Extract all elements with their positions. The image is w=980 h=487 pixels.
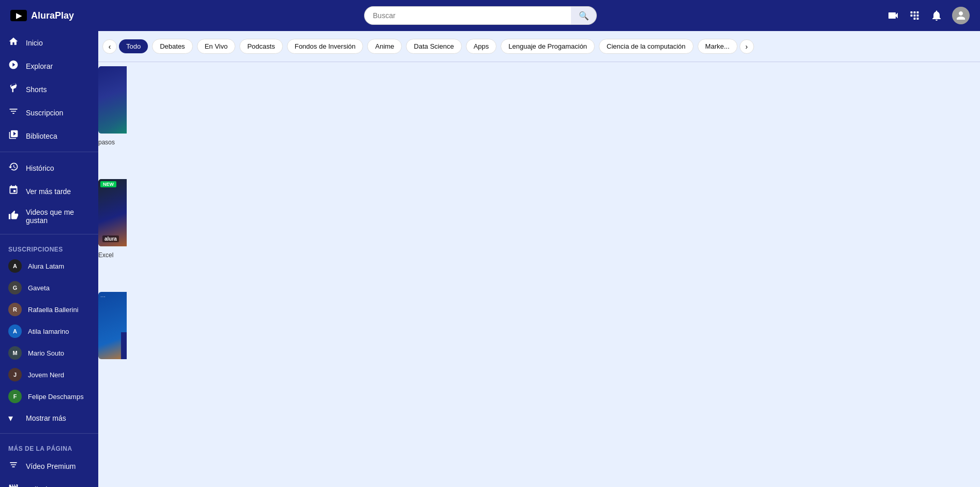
sidebar-item-suscripcion[interactable]: Suscripcion <box>0 101 98 124</box>
header: ▶ AluraPlay 🔍 <box>0 0 980 31</box>
explore-icon <box>8 60 19 72</box>
video-partial-title-2: Excel <box>98 250 127 260</box>
video-info-1: pasos <box>98 138 127 179</box>
sidebar-item-video-premium[interactable]: Vídeo Premium <box>0 454 98 478</box>
filter-chip-apps[interactable]: Apps <box>466 39 497 54</box>
header-icons <box>887 7 970 24</box>
sidebar-label-biblioteca: Biblioteca <box>26 132 57 140</box>
sub-label-alura-latam: Alura Latam <box>28 262 64 270</box>
sidebar-label-inicio: Inicio <box>26 39 43 47</box>
watch-later-icon <box>8 185 19 198</box>
sidebar-item-explorar[interactable]: Explorar <box>0 54 98 78</box>
sidebar-label-explorar: Explorar <box>26 62 53 70</box>
sidebar-label-shorts: Shorts <box>26 85 47 94</box>
sub-avatar-mario: M <box>8 346 22 360</box>
sub-label-felipe: Felipe Deschamps <box>28 393 84 401</box>
video-strip: pasos NEW ⋮ alura Excel ⋮ ⋯ <box>98 62 127 487</box>
filter-chip-marke[interactable]: Marke... <box>698 39 737 54</box>
video-info-2: Excel <box>98 250 127 292</box>
sidebar-label-suscripcion: Suscripcion <box>26 109 63 117</box>
sidebar-label-ver-mas-tarde: Ver más tarde <box>26 187 71 196</box>
sub-label-rafaella: Rafaella Ballerini <box>28 306 79 314</box>
video-partial-title-1: pasos <box>98 138 127 147</box>
sub-label-gaveta: Gaveta <box>28 284 50 292</box>
filter-chip-list: Todo Debates En Vivo Podcasts Fondos de … <box>117 39 740 54</box>
more-section-label: MÁS DE LA PÁGINA <box>0 438 98 454</box>
filter-chip-ciencia[interactable]: Ciencia de la computación <box>599 39 693 54</box>
sidebar-label-peliculas: Peliculas <box>26 485 55 488</box>
video-thumb-1[interactable] <box>98 66 127 134</box>
home-icon <box>8 36 19 49</box>
sidebar-label-mostrar-mas: Mostrar más <box>26 414 66 422</box>
chevron-down-icon: ▾ <box>8 412 19 424</box>
sub-avatar-rafaella: R <box>8 303 22 316</box>
logo-icon: ▶ <box>10 10 27 21</box>
sub-item-rafaella[interactable]: R Rafaella Ballerini <box>0 299 98 320</box>
filter-chip-debates[interactable]: Debates <box>152 39 192 54</box>
sub-avatar-gaveta: G <box>8 281 22 294</box>
logo-text: AluraPlay <box>31 10 74 21</box>
sidebar-label-historico: Histórico <box>26 164 54 172</box>
video-thumb-3[interactable]: ⋮ ⋯ <box>98 292 127 359</box>
sidebar-item-mostrar-mas[interactable]: ▾ Mostrar más <box>0 407 98 429</box>
sidebar-label-videos-me-gustan: Videos que me gustan <box>26 208 90 225</box>
sidebar-item-historico[interactable]: Histórico <box>0 156 98 180</box>
sidebar-label-video-premium: Vídeo Premium <box>26 462 76 470</box>
sidebar-item-shorts[interactable]: Shorts <box>0 78 98 101</box>
bell-icon[interactable] <box>930 9 943 22</box>
sub-item-alura-latam[interactable]: A Alura Latam <box>0 255 98 277</box>
subscriptions-label: Suscripciones <box>0 239 98 255</box>
filter-scroll-left[interactable]: ‹ <box>102 39 117 54</box>
logo[interactable]: ▶ AluraPlay <box>10 10 74 21</box>
thumbsup-icon <box>8 210 19 223</box>
filter-chip-anime[interactable]: Anime <box>367 39 402 54</box>
sub-avatar-felipe: F <box>8 390 22 403</box>
shorts-icon <box>8 83 19 96</box>
sub-label-jovem-nerd: Jovem Nerd <box>28 371 64 379</box>
sub-item-jovem-nerd[interactable]: J Jovem Nerd <box>0 364 98 386</box>
sidebar-item-peliculas[interactable]: Peliculas <box>0 478 98 487</box>
sidebar-item-videos-me-gustan[interactable]: Videos que me gustan <box>0 203 98 230</box>
filter-chip-data-science[interactable]: Data Science <box>406 39 461 54</box>
filter-chip-lenguaje[interactable]: Lenguaje de Progamación <box>501 39 595 54</box>
history-icon <box>8 161 19 174</box>
filter-scroll-right[interactable]: › <box>740 39 754 54</box>
sub-item-felipe[interactable]: F Felipe Deschamps <box>0 386 98 407</box>
video-overlay-text-2: alura <box>102 235 119 242</box>
sub-avatar-jovem-nerd: J <box>8 368 22 381</box>
search-area: 🔍 <box>364 6 597 25</box>
search-input[interactable] <box>364 6 571 25</box>
sidebar-item-inicio[interactable]: Inicio <box>0 31 98 54</box>
sidebar-item-biblioteca[interactable]: Biblioteca <box>0 124 98 147</box>
sub-avatar-atila: A <box>8 324 22 338</box>
sub-avatar-alura-latam: A <box>8 259 22 273</box>
sub-label-mario: Mario Souto <box>28 349 64 357</box>
filter-bar: ‹ Todo Debates En Vivo Podcasts Fondos d… <box>98 31 980 62</box>
video-camera-icon[interactable] <box>887 9 899 22</box>
filter-chip-fondos[interactable]: Fondos de Inversión <box>287 39 364 54</box>
video-badge-2: NEW <box>100 181 116 187</box>
avatar[interactable] <box>952 7 970 24</box>
main-content <box>98 62 980 487</box>
subscription-icon <box>8 106 19 119</box>
sub-item-atila[interactable]: A Atila Iamarino <box>0 320 98 342</box>
sub-item-mario[interactable]: M Mario Souto <box>0 342 98 364</box>
apps-icon[interactable] <box>909 9 921 22</box>
sub-label-atila: Atila Iamarino <box>28 328 69 335</box>
movies-icon <box>8 483 19 487</box>
library-icon <box>8 129 19 142</box>
sub-item-gaveta[interactable]: G Gaveta <box>0 277 98 299</box>
sidebar-item-ver-mas-tarde[interactable]: Ver más tarde <box>0 180 98 203</box>
filter-chip-todo[interactable]: Todo <box>119 39 148 53</box>
video-thumb-2[interactable]: NEW ⋮ alura <box>98 179 127 246</box>
video-dots-3: ⋯ <box>100 294 105 300</box>
filter-chip-en-vivo[interactable]: En Vivo <box>197 39 236 54</box>
filter-chip-podcasts[interactable]: Podcasts <box>239 39 282 54</box>
premium-icon <box>8 460 19 473</box>
sidebar: Inicio Explorar Shorts Suscripcion Bibli… <box>0 31 98 487</box>
search-icon: 🔍 <box>579 11 589 21</box>
search-button[interactable]: 🔍 <box>571 6 597 25</box>
